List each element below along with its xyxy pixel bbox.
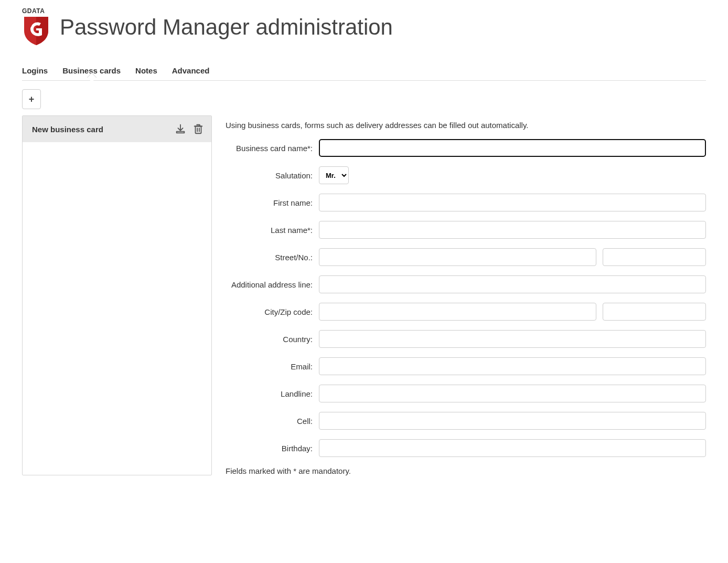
tab-notes[interactable]: Notes [135, 61, 157, 80]
label-cell: Cell: [226, 417, 319, 426]
shield-icon [22, 16, 50, 46]
last-name-input[interactable] [319, 221, 706, 239]
form: Using business cards, forms such as deli… [226, 115, 706, 475]
label-street-no: Street/No.: [226, 253, 319, 262]
label-last-name: Last name*: [226, 226, 319, 235]
label-addl-address: Additional address line: [226, 280, 319, 289]
card-name-input[interactable] [319, 139, 706, 157]
delete-icon[interactable] [192, 123, 204, 135]
zip-input[interactable] [603, 303, 706, 321]
sidebar: New business card [22, 115, 212, 475]
label-country: Country: [226, 335, 319, 344]
header: GDATA Password Manager administration [22, 8, 706, 46]
label-city-zip: City/Zip code: [226, 307, 319, 316]
label-email: Email: [226, 362, 319, 371]
tab-advanced[interactable]: Advanced [172, 61, 210, 80]
tab-logins[interactable]: Logins [22, 61, 48, 80]
tab-business-cards[interactable]: Business cards [62, 61, 121, 80]
card-item-title: New business card [32, 125, 103, 134]
tabs: Logins Business cards Notes Advanced [22, 61, 706, 81]
addl-address-input[interactable] [319, 275, 706, 293]
birthday-input[interactable] [319, 439, 706, 457]
save-icon[interactable] [175, 123, 186, 135]
salutation-select[interactable]: Mr. [319, 166, 349, 184]
add-button[interactable]: + [22, 89, 41, 109]
country-input[interactable] [319, 330, 706, 348]
list-item[interactable]: New business card [23, 116, 211, 142]
first-name-input[interactable] [319, 194, 706, 211]
street-input[interactable] [319, 248, 596, 266]
label-salutation: Salutation: [226, 171, 319, 180]
label-first-name: First name: [226, 198, 319, 207]
label-landline: Landline: [226, 389, 319, 398]
toolbar: + [22, 89, 706, 109]
form-footnote: Fields marked with * are mandatory. [226, 466, 706, 475]
landline-input[interactable] [319, 385, 706, 402]
street-no-input[interactable] [603, 248, 706, 266]
cell-input[interactable] [319, 412, 706, 430]
brand-logo: GDATA [22, 8, 50, 46]
label-birthday: Birthday: [226, 444, 319, 453]
email-input[interactable] [319, 357, 706, 375]
svg-rect-0 [177, 132, 185, 133]
form-hint: Using business cards, forms such as deli… [226, 121, 706, 130]
svg-rect-1 [196, 126, 201, 134]
page-title: Password Manager administration [60, 15, 393, 40]
label-card-name: Business card name*: [226, 144, 319, 153]
city-input[interactable] [319, 303, 596, 321]
brand-text: GDATA [22, 7, 50, 15]
